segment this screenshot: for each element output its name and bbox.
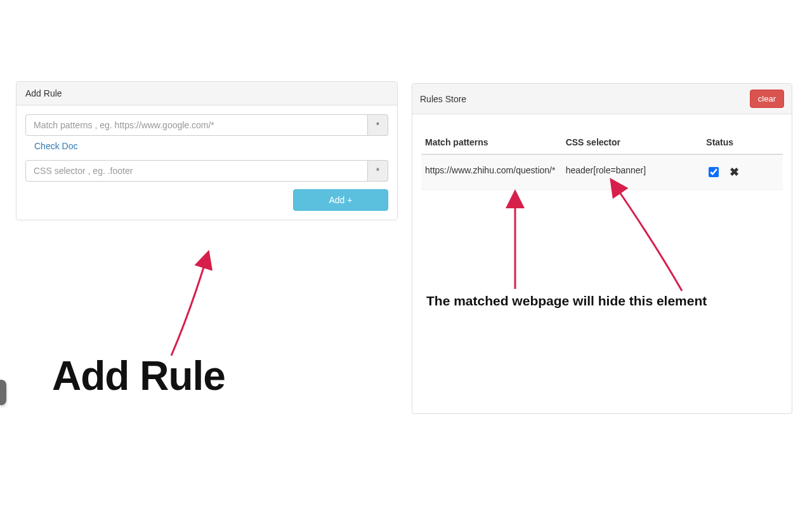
add-button[interactable]: Add + <box>293 189 388 211</box>
pattern-input-group: * <box>25 114 388 136</box>
cell-pattern: https://www.zhihu.com/question/* <box>421 154 562 190</box>
selector-addon-star[interactable]: * <box>368 160 388 182</box>
annotation-desc: The matched webpage will hide this eleme… <box>426 293 707 309</box>
pattern-addon-star[interactable]: * <box>368 114 388 136</box>
col-header-status: Status <box>702 131 783 154</box>
add-rule-body: * Check Doc * Add + <box>16 105 397 220</box>
rules-store-title: Rules Store <box>420 94 466 104</box>
cell-selector: header[role=banner] <box>562 154 703 190</box>
rules-table: Match patterns CSS selector Status https… <box>421 131 783 190</box>
rule-enabled-checkbox[interactable] <box>709 167 719 177</box>
add-rule-panel: Add Rule * Check Doc * Add + <box>16 81 398 220</box>
selector-input[interactable] <box>25 160 368 182</box>
add-rule-title-text: Add Rule <box>25 88 62 98</box>
add-rule-title: Add Rule <box>16 82 397 105</box>
rules-store-panel: Rules Store clear Match patterns CSS sel… <box>412 83 792 414</box>
side-handle[interactable] <box>0 380 6 405</box>
pattern-input[interactable] <box>25 114 368 136</box>
cell-status: ✖ <box>702 154 783 190</box>
check-doc-link[interactable]: Check Doc <box>34 141 77 151</box>
annotation-add-rule: Add Rule <box>52 352 225 399</box>
col-header-selector: CSS selector <box>562 131 703 154</box>
rules-store-body: Match patterns CSS selector Status https… <box>412 114 792 199</box>
rules-store-header: Rules Store clear <box>412 84 792 114</box>
selector-input-group: * <box>25 160 388 182</box>
col-header-pattern: Match patterns <box>421 131 562 154</box>
clear-button[interactable]: clear <box>750 90 784 108</box>
table-row: https://www.zhihu.com/question/* header[… <box>421 154 783 190</box>
delete-rule-icon[interactable]: ✖ <box>730 166 739 178</box>
